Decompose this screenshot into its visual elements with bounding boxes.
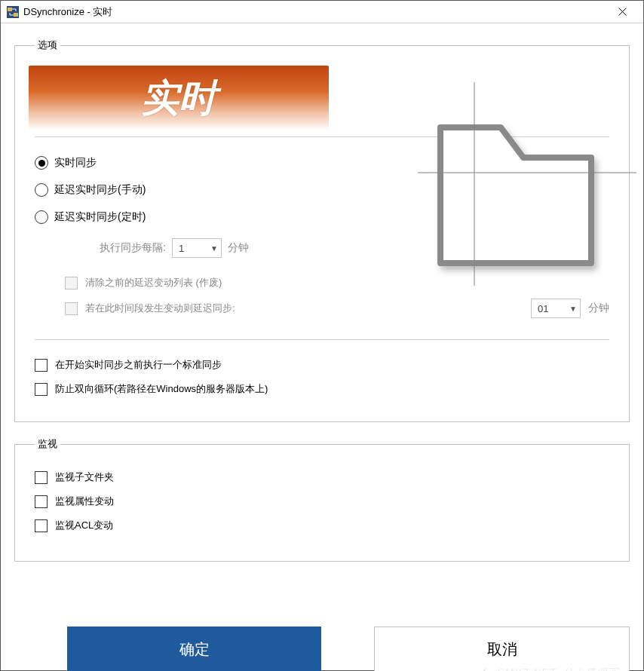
banner-text: 实时 — [141, 73, 216, 124]
monitor-group: 监视 监视子文件夹 监视属性变动 监视ACL变动 — [14, 437, 630, 562]
checkbox-icon — [35, 495, 48, 508]
checkbox-label: 若在此时间段发生变动则延迟同步: — [85, 302, 235, 315]
interval-value: 1 — [179, 243, 206, 254]
checkbox-label: 监视属性变动 — [55, 495, 114, 508]
radio-icon — [35, 156, 48, 170]
app-icon — [7, 6, 19, 18]
titlebar: DSynchronize - 实时 — [1, 1, 643, 23]
checkbox-monitor-subfolders[interactable]: 监视子文件夹 — [35, 466, 609, 489]
window-title: DSynchronize - 实时 — [23, 5, 606, 19]
checkbox-icon — [35, 471, 48, 484]
chevron-down-icon: ▼ — [569, 305, 577, 313]
sync-mode-radio-group: 实时同步 延迟实时同步(手动) 延迟实时同步(定时) — [35, 151, 609, 229]
radio-delayed-timed[interactable]: 延迟实时同步(定时) — [35, 205, 609, 229]
checkbox-label: 清除之前的延迟变动列表 (作废) — [85, 276, 222, 290]
radio-icon — [35, 183, 48, 197]
svg-rect-2 — [14, 13, 18, 17]
interval-row: 执行同步每隔: 1 ▼ 分钟 — [100, 238, 609, 258]
postpone-unit: 分钟 — [588, 302, 609, 315]
svg-rect-1 — [8, 8, 12, 11]
checkbox-label: 防止双向循环(若路径在Windows的服务器版本上) — [55, 382, 268, 396]
separator — [35, 136, 609, 137]
radio-label: 延迟实时同步(手动) — [54, 183, 146, 197]
radio-label: 延迟实时同步(定时) — [54, 210, 146, 224]
checkbox-icon — [65, 302, 78, 315]
window: DSynchronize - 实时 选项 实时 — [0, 0, 644, 671]
postpone-value: 01 — [538, 303, 565, 314]
interval-label: 执行同步每隔: — [100, 241, 166, 255]
close-icon — [618, 8, 627, 16]
separator — [35, 339, 609, 340]
ok-button[interactable]: 确定 — [67, 627, 321, 671]
postpone-select[interactable]: 01 ▼ — [531, 299, 581, 318]
checkbox-monitor-attributes[interactable]: 监视属性变动 — [35, 490, 609, 513]
interval-unit: 分钟 — [228, 241, 249, 255]
radio-delayed-manual[interactable]: 延迟实时同步(手动) — [35, 178, 609, 202]
checkbox-prevent-loop[interactable]: 防止双向循环(若路径在Windows的服务器版本上) — [35, 378, 609, 400]
checkbox-icon — [35, 519, 48, 532]
checkbox-monitor-acl[interactable]: 监视ACL变动 — [35, 514, 609, 537]
radio-label: 实时同步 — [54, 156, 97, 170]
checkbox-icon — [35, 359, 48, 372]
checkbox-label: 监视子文件夹 — [55, 470, 114, 484]
checkbox-standard-sync-first[interactable]: 在开始实时同步之前执行一个标准同步 — [35, 354, 609, 376]
radio-icon — [35, 210, 48, 224]
button-row: 确定 取消 — [14, 627, 630, 671]
bottom-options: 在开始实时同步之前执行一个标准同步 防止双向循环(若路径在Windows的服务器… — [35, 354, 609, 400]
delayed-options: 清除之前的延迟变动列表 (作废) 若在此时间段发生变动则延迟同步: 01 ▼ 分… — [65, 271, 609, 320]
options-legend: 选项 — [35, 38, 60, 52]
checkbox-label: 在开始实时同步之前执行一个标准同步 — [55, 358, 222, 372]
checkbox-postpone-if-changes: 若在此时间段发生变动则延迟同步: — [65, 297, 235, 320]
chevron-down-icon: ▼ — [210, 244, 218, 253]
interval-select[interactable]: 1 ▼ — [172, 238, 222, 258]
client-area: 选项 实时 — [1, 38, 643, 671]
checkbox-icon — [35, 383, 48, 396]
monitor-legend: 监视 — [35, 437, 60, 451]
options-group: 选项 实时 — [14, 38, 630, 422]
radio-realtime[interactable]: 实时同步 — [35, 151, 609, 175]
checkbox-clear-delayed-list: 清除之前的延迟变动列表 (作废) — [65, 271, 609, 294]
checkbox-label: 监视ACL变动 — [55, 519, 113, 532]
close-button[interactable] — [606, 2, 639, 23]
banner: 实时 — [29, 66, 329, 130]
checkbox-icon — [65, 277, 78, 290]
cancel-button[interactable]: 取消 — [374, 627, 630, 671]
